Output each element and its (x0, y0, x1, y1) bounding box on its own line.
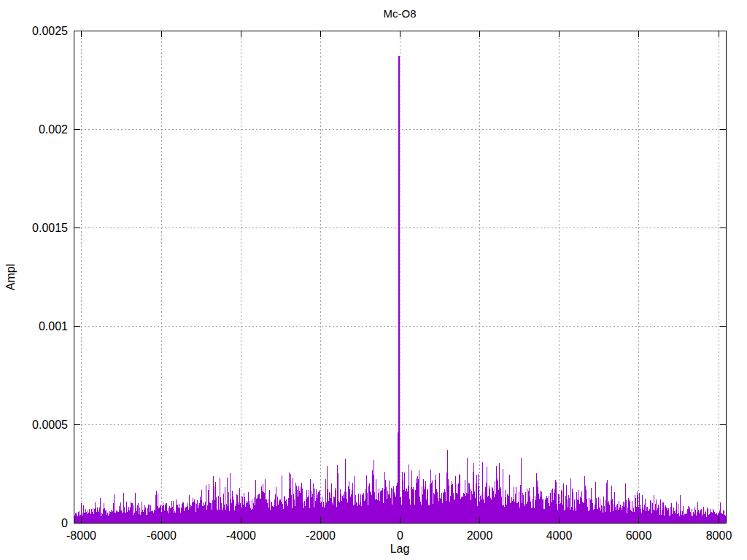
x-tick-label: 8000 (706, 529, 732, 542)
y-tick-label: 0 (61, 517, 68, 529)
y-tick-label: 0.0025 (32, 25, 68, 37)
x-tick-label: 4000 (546, 529, 573, 542)
chart: Mc-O8 Ampl Lag -8000-6000-4000-200002000… (0, 0, 747, 560)
y-tick-label: 0.0015 (32, 222, 68, 234)
y-tick-label: 0.001 (39, 320, 68, 332)
x-tick-label: 6000 (626, 529, 652, 542)
x-tick-label: -2000 (306, 529, 336, 542)
x-tick-label: 2000 (467, 529, 493, 542)
x-tick-label: -4000 (226, 529, 256, 542)
x-tick-label: -8000 (66, 529, 96, 542)
x-tick-label: -6000 (147, 529, 177, 542)
y-tick-label: 0.0005 (32, 419, 68, 431)
y-tick-label: 0.002 (39, 123, 68, 136)
x-tick-label: 0 (397, 529, 403, 542)
plot-area: -8000-6000-4000-20000200040006000800000.… (0, 0, 747, 560)
